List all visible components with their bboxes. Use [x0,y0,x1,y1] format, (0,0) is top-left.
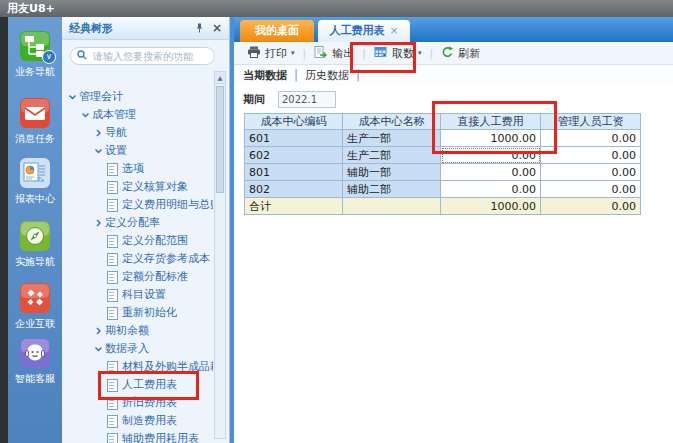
tree-item[interactable]: 定额分配标准 [62,268,213,286]
sidebar-item-report-center[interactable]: 报表中心 [8,158,62,206]
sidebar-item-message-task[interactable]: 消息任务 [8,98,62,146]
tree-item-label: 定义分配范围 [122,232,188,250]
cell[interactable]: 生产二部 [343,147,441,164]
tab-my-desktop[interactable]: 我的桌面 [240,20,314,42]
sidebar-item-enterprise-link[interactable]: 企业互联 [8,283,62,331]
sidebar-item-label: 智能客服 [8,372,62,386]
sidebar-collapse-button[interactable]: ∨ [42,50,56,64]
cell[interactable]: 801 [245,164,343,181]
tree-item-label: 折旧费用表 [122,394,177,412]
tree-item[interactable]: 重新初始化 [62,304,213,322]
tree-item-label: 定额分配标准 [122,268,188,286]
smart-service-icon [20,338,50,368]
tree-item[interactable]: 选项 [62,160,213,178]
tree-item-label: 定义存货参考成本 [122,250,210,268]
subtab-history-data[interactable]: 历史数据 [305,68,349,83]
tree-item[interactable]: 设置 [62,142,213,160]
chevron-down-icon [68,93,79,101]
tree-item-label: 科目设置 [122,286,166,304]
cell[interactable]: 0.00 [541,181,641,198]
tab-labor-cost-sheet[interactable]: 人工费用表× [318,20,410,42]
column-header[interactable]: 成本中心名称 [343,114,441,130]
tree-item-label: 成本管理 [92,106,136,124]
tree-item[interactable]: 成本管理 [62,106,213,124]
cell[interactable]: 辅助二部 [343,181,441,198]
toolbar-button-label: 刷新 [458,46,480,61]
tree-item[interactable]: 人工费用表 [62,376,213,394]
cell[interactable]: 0.00 [441,164,541,181]
tree-item[interactable]: 定义分配范围 [62,232,213,250]
subtab-current-data[interactable]: 当期数据 [243,68,287,83]
document-icon [107,433,118,443]
cell[interactable]: 生产一部 [343,130,441,147]
tree-scrollbar[interactable]: ▲ [214,71,226,439]
document-icon [107,163,118,176]
tree-item[interactable]: 定义存货参考成本 [62,250,213,268]
tree-item-label: 管理会计 [79,88,123,106]
document-icon [107,379,118,392]
tree-item-label: 选项 [122,160,144,178]
sidebar-item-label: 消息任务 [8,132,62,146]
cost-center-table: 成本中心编码成本中心名称直接人工费用管理人员工资601生产一部1000.000.… [244,113,641,215]
pin-icon[interactable] [195,23,204,33]
total-cell: 1000.00 [441,198,541,215]
tree-item[interactable]: 定义分配率 [62,214,213,232]
tree-item[interactable]: 制造费用表 [62,412,213,430]
column-header[interactable]: 管理人员工资 [541,114,641,130]
cell[interactable]: 1000.00 [441,130,541,147]
app-logo: 用友U8+ [7,2,55,15]
toolbar-button-fetch-data[interactable]: 取数▾ [367,44,429,63]
tree-item[interactable]: 期初余额 [62,322,213,340]
table-row: 801辅助一部0.000.00 [245,164,641,181]
sidebar-item-smart-service[interactable]: 智能客服 [8,338,62,386]
tree-item[interactable]: 定义费用明细与总账接口 [62,196,213,214]
cell[interactable]: 0.00 [541,147,641,164]
cell[interactable]: 602 [245,147,343,164]
cell[interactable]: 601 [245,130,343,147]
tree-item-label: 重新初始化 [122,304,177,322]
column-header[interactable]: 成本中心编码 [245,114,343,130]
sidebar-item-implement-nav[interactable]: 实施导航 [8,221,62,269]
chevron-down-icon: ▾ [291,49,295,57]
column-header[interactable]: 直接人工费用 [441,114,541,130]
tree-item-label: 设置 [105,142,127,160]
tree-item[interactable]: 数据录入 [62,340,213,358]
tree-item[interactable]: 材料及外购半成品耗用 [62,358,213,376]
toolbar-button-export[interactable]: 输出 [307,44,361,63]
table-row: 802辅助二部0.000.00 [245,181,641,198]
toolbar-button-label: 打印 [265,46,287,61]
period-input[interactable] [278,91,336,108]
tree-search-box[interactable] [70,47,215,65]
tree-item[interactable]: 折旧费用表 [62,394,213,412]
chevron-down-icon [94,345,105,353]
cell[interactable]: 0.00 [541,130,641,147]
chevron-down-icon [94,147,105,155]
cell[interactable]: 802 [245,181,343,198]
toolbar-button-refresh[interactable]: 刷新 [434,44,487,63]
chevron-right-icon [94,129,105,137]
chevron-right-icon [94,327,105,335]
app-titlebar: 用友U8+ [0,0,673,17]
cell[interactable]: 辅助一部 [343,164,441,181]
toolbar-button-print[interactable]: 打印▾ [240,44,302,63]
tree-item-label: 数据录入 [105,340,149,358]
cell[interactable]: 0.00 [441,147,541,164]
close-icon[interactable]: × [389,24,398,37]
tree-item[interactable]: 定义核算对象 [62,178,213,196]
cell[interactable]: 0.00 [541,164,641,181]
tree-item[interactable]: 管理会计 [62,88,213,106]
tree-item-label: 导航 [105,124,127,142]
period-row: 期间 [234,89,336,109]
document-icon [107,253,118,266]
table-row: 602生产二部0.000.00 [245,147,641,164]
enterprise-link-icon [20,283,50,313]
close-icon[interactable]: × [212,22,222,34]
scroll-up-button[interactable]: ▲ [215,72,225,84]
tree-item[interactable]: 导航 [62,124,213,142]
tree-item[interactable]: 科目设置 [62,286,213,304]
scrollbar-thumb[interactable] [216,86,224,193]
sidebar-item-label: 业务导航 [8,65,62,79]
tree-item[interactable]: 辅助费用耗用表 [62,430,213,443]
cell[interactable]: 0.00 [441,181,541,198]
search-input[interactable] [91,50,208,63]
